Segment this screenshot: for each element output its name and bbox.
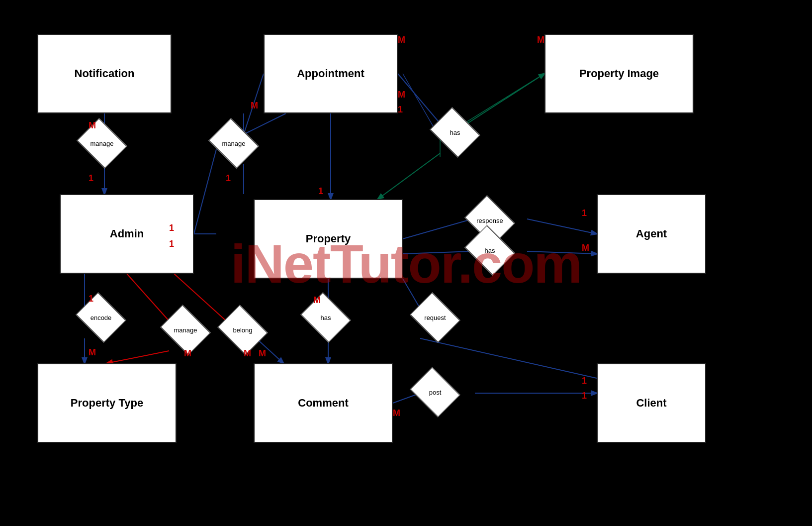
svg-line-16	[127, 274, 169, 321]
card-1-admin-appt: 1	[226, 173, 231, 184]
svg-line-11	[527, 219, 597, 234]
diamond-manage-notification: manage	[75, 128, 129, 158]
svg-line-29	[194, 149, 216, 234]
svg-line-10	[403, 219, 472, 239]
card-m-notif: M	[89, 120, 96, 131]
card-1-client-post1: 1	[582, 376, 587, 386]
card-1-admin-manage: 1	[169, 223, 174, 233]
card-1-client-post2: 1	[582, 391, 587, 401]
card-m-appt-img: M	[398, 35, 405, 45]
entity-client: Client	[597, 363, 706, 443]
er-diagram: Notification Appointment Property Image …	[0, 0, 812, 526]
card-1-encode-admin: 1	[89, 294, 93, 304]
entity-appointment: Appointment	[264, 34, 398, 113]
card-m-appt: M	[251, 101, 258, 111]
entity-property: Property	[254, 199, 403, 279]
card-m-manage-proptype: M	[184, 348, 191, 359]
entity-admin: Admin	[60, 194, 194, 274]
card-m-comment-post: M	[393, 408, 400, 419]
diamond-manage-property: manage	[158, 315, 213, 345]
card-1-admin-notif: 1	[89, 173, 93, 184]
diamond-manage-appointment: manage	[206, 128, 261, 158]
card-m-belong-comment: M	[244, 348, 251, 359]
svg-line-17	[107, 351, 169, 363]
card-1-prop-top: 1	[318, 186, 323, 197]
diamond-encode: encode	[74, 303, 128, 332]
diamond-request: request	[408, 303, 462, 332]
svg-line-12	[403, 251, 472, 254]
diamond-belong: belong	[215, 315, 270, 345]
diamond-has-property: has	[298, 303, 353, 332]
entity-property-type: Property Type	[37, 363, 177, 443]
entity-agent: Agent	[597, 194, 706, 274]
card-m-prop-img: M	[537, 35, 544, 45]
svg-line-21	[420, 338, 597, 378]
entity-property-image: Property Image	[544, 34, 694, 113]
entity-comment: Comment	[254, 363, 393, 443]
card-m-encode-proptype: M	[89, 347, 96, 358]
diamond-has-agent: has	[462, 235, 517, 265]
entity-notification: Notification	[37, 34, 172, 113]
card-1-admin-belong: 1	[169, 239, 174, 249]
card-m-prop-has: M	[313, 295, 321, 306]
diamond-post: post	[408, 377, 462, 407]
svg-line-9	[378, 153, 440, 199]
card-m-appt-img2: M	[398, 90, 405, 100]
svg-line-8	[467, 74, 544, 123]
card-m-agent-has: M	[582, 243, 589, 253]
diamond-has-image: has	[428, 117, 482, 147]
card-1-appt-img: 1	[398, 105, 403, 115]
card-1-agent-response: 1	[582, 208, 587, 218]
card-m-comment-belong: M	[259, 348, 266, 359]
